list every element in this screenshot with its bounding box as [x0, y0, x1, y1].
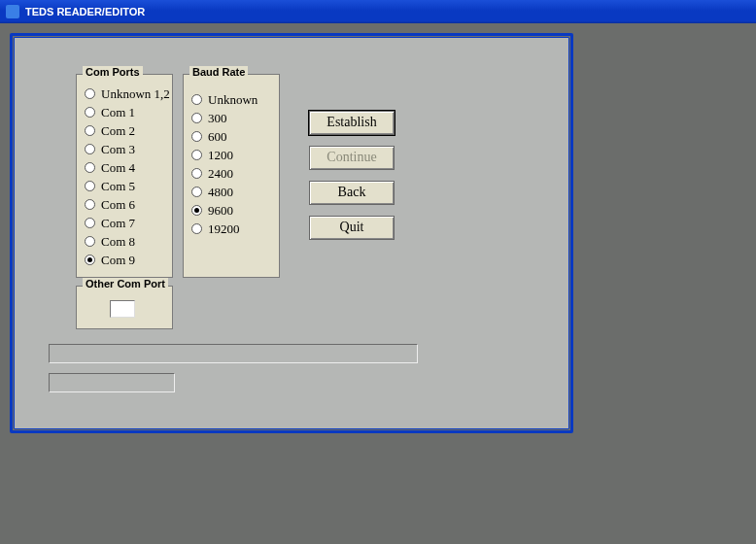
radio-icon [85, 199, 95, 210]
quit-button[interactable]: Quit [309, 216, 395, 240]
comports-option[interactable]: Com 6 [79, 195, 170, 214]
comports-option-label: Com 2 [101, 123, 135, 139]
baudrate-option-label: 1200 [208, 148, 233, 163]
othercom-input[interactable] [110, 300, 135, 318]
radio-icon [191, 150, 202, 160]
othercom-group: Other Com Port [76, 286, 173, 329]
app-icon [6, 5, 19, 18]
radio-icon [85, 181, 95, 191]
radio-icon [191, 94, 202, 105]
radio-icon [191, 223, 202, 234]
baudrate-list: Unknown300600120024004800960019200 [186, 90, 277, 238]
baudrate-option-label: 19200 [208, 221, 240, 237]
radio-icon [85, 88, 95, 99]
radio-icon [85, 162, 95, 173]
comports-option[interactable]: Com 2 [79, 121, 170, 140]
titlebar: TEDS READER/EDITOR [0, 0, 756, 23]
baudrate-option-label: 600 [208, 129, 227, 145]
radio-icon [191, 131, 202, 142]
client-area: Com Ports Unknown 1,2Com 1Com 2Com 3Com … [0, 23, 756, 544]
comports-option-label: Com 8 [101, 234, 135, 250]
comports-option[interactable]: Com 9 [79, 251, 170, 269]
baudrate-option[interactable]: 1200 [186, 146, 277, 164]
radio-icon [85, 144, 95, 154]
comports-option[interactable]: Com 7 [79, 214, 170, 232]
window-title: TEDS READER/EDITOR [25, 6, 145, 17]
comports-option-label: Unknown 1,2 [101, 86, 170, 102]
othercom-legend: Other Com Port [83, 278, 168, 289]
baudrate-option-label: 2400 [208, 166, 233, 182]
radio-icon [85, 255, 95, 265]
baudrate-option[interactable]: 19200 [186, 220, 277, 238]
comports-group: Com Ports Unknown 1,2Com 1Com 2Com 3Com … [76, 74, 173, 278]
establish-button[interactable]: Establish [309, 111, 395, 135]
comports-option-label: Com 4 [101, 160, 135, 176]
status-box-1 [49, 344, 418, 363]
comports-option-label: Com 6 [101, 197, 135, 213]
radio-icon [85, 236, 95, 247]
radio-icon [191, 205, 202, 216]
status-box-2 [49, 373, 175, 392]
baudrate-option-label: 4800 [208, 185, 233, 200]
radio-icon [85, 218, 95, 228]
comports-option[interactable]: Com 1 [79, 103, 170, 121]
panel-inner: Com Ports Unknown 1,2Com 1Com 2Com 3Com … [14, 37, 569, 429]
comports-option-label: Com 1 [101, 105, 135, 120]
comports-option-label: Com 7 [101, 216, 135, 231]
comports-option[interactable]: Unknown 1,2 [79, 85, 170, 103]
comports-option[interactable]: Com 3 [79, 140, 170, 158]
baudrate-option[interactable]: 4800 [186, 183, 277, 201]
baudrate-option-label: 9600 [208, 203, 233, 219]
comports-option[interactable]: Com 8 [79, 232, 170, 251]
baudrate-option-label: Unknown [208, 92, 258, 108]
baudrate-group: Baud Rate Unknown30060012002400480096001… [183, 74, 280, 278]
radio-icon [191, 113, 202, 123]
comports-legend: Com Ports [83, 66, 143, 78]
baudrate-option[interactable]: 9600 [186, 201, 277, 220]
baudrate-option[interactable]: 300 [186, 109, 277, 127]
radio-icon [191, 187, 202, 197]
baudrate-legend: Baud Rate [189, 66, 248, 78]
comports-option[interactable]: Com 4 [79, 158, 170, 177]
radio-icon [85, 125, 95, 136]
comports-list: Unknown 1,2Com 1Com 2Com 3Com 4Com 5Com … [79, 85, 170, 269]
panel-content: Com Ports Unknown 1,2Com 1Com 2Com 3Com … [19, 43, 564, 424]
continue-button: Continue [309, 146, 395, 170]
comports-option-label: Com 9 [101, 253, 135, 268]
comports-option-label: Com 5 [101, 179, 135, 194]
radio-icon [191, 168, 202, 179]
baudrate-option-label: 300 [208, 111, 227, 126]
comports-option-label: Com 3 [101, 142, 135, 157]
back-button[interactable]: Back [309, 181, 395, 205]
baudrate-option[interactable]: 600 [186, 127, 277, 146]
baudrate-option[interactable]: Unknown [186, 90, 277, 109]
baudrate-option[interactable]: 2400 [186, 164, 277, 183]
main-panel: Com Ports Unknown 1,2Com 1Com 2Com 3Com … [10, 33, 573, 433]
radio-icon [85, 107, 95, 118]
comports-option[interactable]: Com 5 [79, 177, 170, 195]
